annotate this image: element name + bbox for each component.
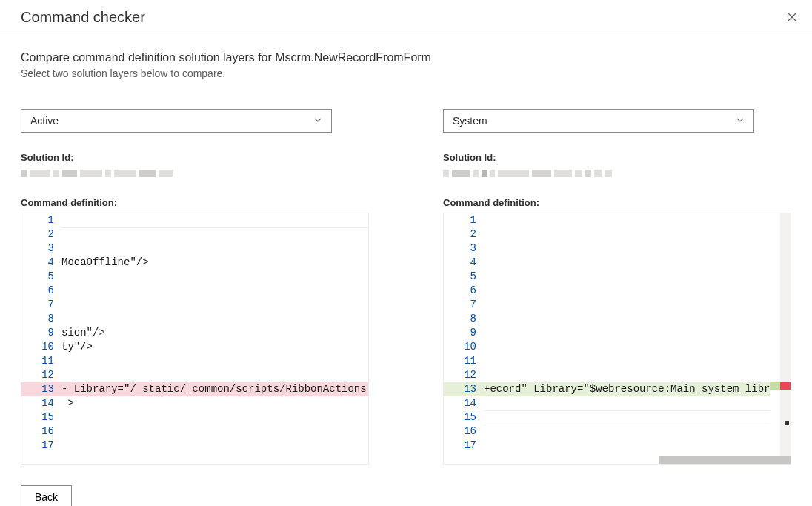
code-line: 8 — [21, 312, 368, 326]
vertical-scrollbar-track[interactable] — [780, 213, 791, 464]
compare-columns: Active Solution Id: Command definition: … — [21, 109, 791, 465]
chevron-down-icon — [736, 115, 745, 127]
code-line: 3 — [444, 242, 770, 256]
code-line: 11 — [444, 354, 770, 368]
left-code-box[interactable]: 1 2 3 4MocaOffline"/> 5 6 7 8 9sion"/> 1… — [21, 213, 369, 465]
code-line: 5 — [21, 270, 368, 284]
code-line: 11 — [21, 354, 368, 368]
code-line: 10 — [444, 340, 770, 354]
code-line: 15 — [444, 410, 770, 425]
dialog-titlebar: Command checker — [0, 0, 812, 33]
description: Select two solution layers below to comp… — [21, 67, 791, 79]
left-layer-value: Active — [30, 115, 313, 127]
code-line-added: 13+ecord" Library="$webresource:Main_sys… — [444, 382, 770, 396]
right-layer-dropdown[interactable]: System — [443, 109, 754, 133]
dialog-footer: Back — [21, 482, 791, 506]
code-line: 14 — [444, 396, 770, 410]
code-line: 4MocaOffline"/> — [21, 256, 368, 270]
left-command-def-label: Command definition: — [21, 197, 369, 208]
left-column: Active Solution Id: Command definition: … — [21, 109, 369, 465]
code-line: 6 — [444, 284, 770, 298]
close-icon — [787, 12, 797, 22]
code-line-deleted: 13- Library="/_static/_common/scripts/Ri… — [21, 382, 368, 396]
code-line: 2 — [444, 227, 770, 242]
code-line: 3 — [21, 242, 368, 256]
left-solution-id-label: Solution Id: — [21, 152, 369, 163]
caret-indicator — [785, 421, 789, 425]
code-line: 7 — [444, 298, 770, 312]
right-solution-id-value — [443, 167, 791, 179]
code-line: 17 — [21, 439, 368, 453]
code-line: 8 — [444, 312, 770, 326]
code-line: 1 — [21, 213, 368, 227]
right-solution-id-label: Solution Id: — [443, 152, 791, 163]
code-line: 14 > — [21, 396, 368, 410]
code-line: 17 — [444, 439, 770, 453]
right-layer-value: System — [453, 115, 736, 127]
dialog-content: Compare command definition solution laye… — [0, 33, 812, 506]
code-line: 16 — [21, 425, 368, 439]
left-layer-dropdown[interactable]: Active — [21, 109, 332, 133]
code-line: 6 — [21, 284, 368, 298]
code-line: 2 — [21, 227, 368, 242]
right-column: System Solution Id: Command definition: — [443, 109, 791, 465]
back-button[interactable]: Back — [21, 485, 72, 506]
chevron-down-icon — [313, 115, 322, 127]
code-line: 15 — [21, 410, 368, 425]
code-line: 12 — [21, 368, 368, 382]
diff-marker-delete — [780, 382, 791, 390]
code-line: 4 — [444, 256, 770, 270]
code-line: 1 — [444, 213, 770, 227]
dialog-title: Command checker — [21, 9, 145, 26]
code-line: 7 — [21, 298, 368, 312]
code-line: 16 — [444, 425, 770, 439]
left-solution-id-value — [21, 167, 369, 179]
code-line: 10ty"/> — [21, 340, 368, 354]
command-checker-dialog: Command checker Compare command definiti… — [0, 0, 812, 506]
close-button[interactable] — [782, 7, 802, 27]
code-line: 9 — [444, 326, 770, 340]
right-command-def-label: Command definition: — [443, 197, 791, 208]
right-code-box[interactable]: 1 2 3 4 5 6 7 8 9 10 11 12 13+ecord" Lib… — [443, 213, 791, 465]
code-line: 5 — [444, 270, 770, 284]
diff-marker-add — [770, 382, 780, 390]
code-line: 9sion"/> — [21, 326, 368, 340]
code-line: 12 — [444, 368, 770, 382]
subtitle: Compare command definition solution laye… — [21, 51, 791, 64]
